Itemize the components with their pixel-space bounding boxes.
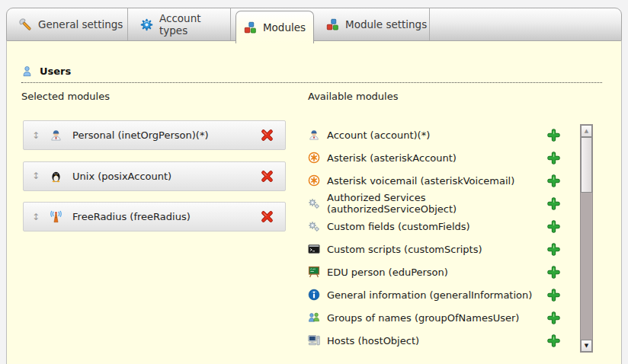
tab-label: Modules	[263, 21, 306, 34]
tab-label: Account types	[159, 12, 230, 37]
gears-icon	[308, 220, 320, 232]
info-icon	[308, 289, 320, 301]
drag-handle-icon[interactable]: ↕	[32, 171, 40, 180]
module-label: EDU person (eduPerson)	[327, 267, 540, 278]
drag-handle-icon[interactable]: ↕	[32, 212, 40, 222]
computer-icon	[308, 334, 320, 346]
users-icon	[21, 65, 33, 77]
add-module-icon[interactable]	[547, 289, 560, 302]
penguin-icon	[50, 170, 62, 183]
drag-handle-icon[interactable]: ↕	[32, 131, 40, 140]
module-label: Authorized Services (authorizedServiceOb…	[327, 192, 540, 215]
remove-module-icon[interactable]	[261, 170, 274, 183]
module-label: Unix (posixAccount)	[72, 171, 251, 182]
module-label: Groups of names (groupOfNamesUser)	[327, 312, 540, 324]
chalkboard-icon	[308, 266, 320, 278]
section-title: Users	[40, 65, 71, 77]
module-label: Personal (inetOrgPerson)(*)	[72, 129, 251, 141]
add-module-icon[interactable]	[547, 334, 560, 347]
person-icon	[50, 129, 62, 142]
available-module-row: Asterisk (asteriskAccount)	[308, 146, 560, 169]
remove-module-icon[interactable]	[261, 129, 274, 142]
asterisk-icon	[308, 174, 320, 187]
available-module-row: Groups of names (groupOfNamesUser)	[308, 306, 560, 329]
add-module-icon[interactable]	[547, 197, 560, 210]
module-label: Asterisk (asteriskAccount)	[327, 152, 540, 164]
available-module-row: Account (account)(*)	[308, 123, 560, 146]
add-module-icon[interactable]	[547, 174, 560, 187]
selected-module-row[interactable]: ↕ Personal (inetOrgPerson)(*)	[23, 120, 286, 150]
add-module-icon[interactable]	[547, 266, 560, 279]
selected-module-row[interactable]: ↕ Unix (posixAccount)	[23, 161, 286, 191]
add-module-icon[interactable]	[547, 243, 560, 256]
group-icon	[308, 311, 320, 324]
module-label: Account (account)(*)	[327, 129, 540, 141]
available-modules-heading: Available modules	[308, 91, 398, 102]
modules-icon	[326, 18, 339, 31]
available-module-row: EDU person (eduPerson)	[308, 260, 560, 283]
scroll-up-button[interactable]: ▲	[581, 125, 592, 137]
module-label: Custom fields (customFields)	[327, 221, 540, 232]
available-module-row: Custom fields (customFields)	[308, 215, 560, 238]
selected-module-row[interactable]: ↕ FreeRadius (freeRadius)	[23, 202, 286, 231]
section-heading-users: Users	[21, 65, 602, 83]
add-module-icon[interactable]	[547, 129, 560, 142]
available-module-row: Hosts (hostObject)	[308, 329, 560, 352]
available-modules-scrollbar[interactable]: ▲ ▼	[580, 124, 593, 353]
available-module-row: Authorized Services (authorizedServiceOb…	[308, 192, 560, 215]
module-label: Custom scripts (customScripts)	[327, 244, 540, 255]
asterisk-icon	[308, 152, 320, 164]
module-label: Asterisk voicemail (asteriskVoicemail)	[327, 175, 540, 187]
selected-modules-heading: Selected modules	[21, 91, 110, 102]
tab-label: Module settings	[345, 18, 427, 30]
modules-icon	[244, 21, 257, 34]
available-module-row: Asterisk voicemail (asteriskVoicemail)	[308, 169, 560, 192]
tab-module-settings[interactable]: Module settings	[314, 8, 430, 40]
tab-general-settings[interactable]: General settings	[7, 8, 128, 40]
add-module-icon[interactable]	[547, 152, 560, 164]
tab-label: General settings	[38, 18, 123, 30]
account-types-icon	[140, 18, 153, 31]
module-label: FreeRadius (freeRadius)	[72, 211, 251, 222]
antenna-icon	[50, 210, 62, 223]
module-label: Hosts (hostObject)	[327, 335, 540, 346]
settings-tabstrip: General settings Account types Module se…	[6, 8, 622, 41]
add-module-icon[interactable]	[547, 311, 560, 324]
person-icon	[308, 129, 320, 141]
wrench-icon	[19, 18, 32, 31]
add-module-icon[interactable]	[547, 220, 560, 233]
tab-modules[interactable]: Modules	[236, 11, 314, 43]
available-module-row: Custom scripts (customScripts)	[308, 238, 560, 260]
module-label: General information (generalInformation)	[327, 289, 540, 301]
scrollbar-thumb[interactable]	[581, 137, 592, 193]
available-module-row: General information (generalInformation)	[308, 283, 560, 306]
terminal-icon	[308, 243, 320, 255]
gears-icon	[308, 197, 320, 209]
scroll-down-button[interactable]: ▼	[581, 340, 592, 352]
tab-account-types[interactable]: Account types	[128, 8, 231, 40]
remove-module-icon[interactable]	[261, 210, 274, 223]
